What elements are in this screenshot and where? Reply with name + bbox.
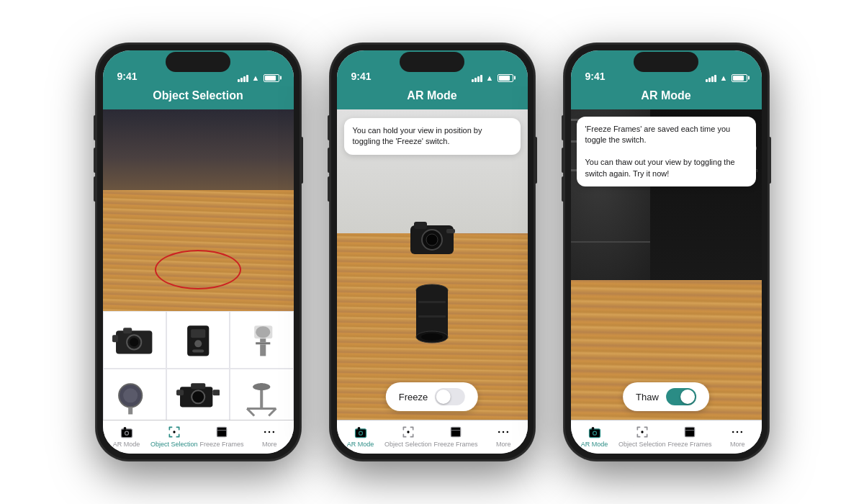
ar-object-container [407, 218, 457, 264]
status-time-3: 9:41 [585, 71, 606, 82]
cinema-camera-icon [176, 378, 220, 418]
nav-header-1: Object Selection [103, 86, 294, 109]
tab-more-2[interactable]: More [480, 425, 527, 448]
more-icon-1 [262, 425, 276, 439]
tab-more-1[interactable]: More [246, 425, 293, 448]
tab-label-more-3: More [730, 441, 745, 448]
freeze-toggle[interactable] [435, 388, 465, 405]
ar-lens-container [414, 283, 450, 351]
camera-view-1 [103, 109, 294, 420]
product-cell-5[interactable] [166, 369, 230, 420]
svg-point-46 [269, 431, 271, 433]
tab-bar-1: AR Mode Object Selection [103, 420, 294, 454]
studio-light-icon [112, 378, 156, 418]
tab-ar-mode-3[interactable]: AR Mode [571, 425, 618, 448]
svg-point-65 [498, 431, 500, 433]
svg-rect-52 [446, 229, 455, 233]
ar-view-2: You can hold your view in position by to… [337, 109, 528, 420]
signal-icon-1 [238, 73, 248, 82]
freeze-label: Freeze [399, 392, 428, 402]
thaw-toggle-container[interactable]: Thaw [623, 382, 709, 411]
tab-bar-2: AR Mode Object Selection [337, 420, 528, 454]
wifi-icon-2: ▲ [486, 73, 494, 82]
svg-point-15 [124, 388, 138, 402]
svg-point-71 [641, 431, 643, 433]
svg-rect-6 [191, 329, 205, 338]
object-selection-icon-3 [635, 425, 649, 439]
phone-3-wrapper: 9:41 ▲ AR Mode [564, 43, 769, 461]
tab-freeze-frames-2[interactable]: Freeze Frames [432, 425, 480, 448]
ar-camera-view: You can hold your view in position by to… [337, 109, 528, 420]
svg-rect-64 [453, 429, 459, 435]
dynamic-island-1 [166, 52, 230, 72]
svg-rect-12 [256, 342, 270, 344]
svg-rect-4 [124, 328, 132, 333]
product-cell-1[interactable] [103, 311, 166, 369]
tab-object-selection-2[interactable]: Object Selection [384, 425, 432, 448]
svg-rect-44 [219, 429, 225, 435]
nav-header-3: AR Mode [571, 86, 762, 109]
phone-3-screen: 9:41 ▲ AR Mode [571, 50, 762, 454]
svg-point-7 [194, 340, 202, 347]
dynamic-island-3 [634, 52, 698, 72]
tab-more-3[interactable]: More [714, 425, 761, 448]
svg-point-69 [593, 431, 596, 435]
svg-rect-11 [260, 338, 266, 342]
thaw-toggle[interactable] [666, 388, 696, 405]
phone-2: 9:41 ▲ AR Mode [330, 43, 535, 461]
status-time-1: 9:41 [117, 71, 138, 82]
status-icons-2: ▲ [472, 73, 513, 82]
svg-point-40 [125, 431, 128, 435]
dynamic-island-2 [400, 52, 464, 72]
svg-point-75 [737, 431, 739, 433]
tab-freeze-frames-1[interactable]: Freeze Frames [198, 425, 246, 448]
thaw-label: Thaw [636, 392, 659, 402]
light-icon [240, 320, 283, 360]
wifi-icon-3: ▲ [720, 73, 728, 82]
tooltip-3: 'Freeze Frames' are saved each time you … [577, 117, 756, 186]
product-cell-4[interactable] [103, 369, 166, 420]
nav-header-2: AR Mode [337, 86, 528, 109]
svg-rect-58 [418, 315, 446, 318]
status-icons-3: ▲ [706, 73, 747, 82]
tab-label-freeze-1: Freeze Frames [200, 441, 244, 448]
more-icon-3 [730, 425, 744, 439]
battery-icon-3 [732, 74, 747, 82]
camera-close-camera-view: EOS 5D Canon 'Freeze Frames' are saved e… [571, 109, 762, 420]
svg-rect-1 [112, 335, 118, 342]
tooltip-text-2: You can hold your view in position by to… [353, 126, 482, 145]
svg-rect-57 [418, 301, 446, 303]
camera-live-view [103, 109, 294, 311]
freeze-toggle-container[interactable]: Freeze [386, 382, 478, 411]
signal-icon-3 [706, 73, 716, 82]
svg-rect-16 [129, 407, 133, 414]
product-grid-1 [103, 311, 294, 420]
phone-2-screen: 9:41 ▲ AR Mode [337, 50, 528, 454]
tab-ar-mode-2[interactable]: AR Mode [337, 425, 384, 448]
svg-rect-13 [260, 344, 266, 356]
phone-1-screen: 9:41 ▲ Object Selection [103, 50, 294, 454]
tab-object-selection-3[interactable]: Object Selection [618, 425, 666, 448]
tab-freeze-frames-3[interactable]: Freeze Frames [666, 425, 714, 448]
svg-point-10 [256, 326, 270, 338]
svg-point-51 [426, 234, 438, 246]
ar-mode-icon-1 [120, 425, 134, 439]
phone-3: 9:41 ▲ AR Mode [564, 43, 769, 461]
svg-point-74 [732, 431, 734, 433]
svg-point-76 [741, 431, 743, 433]
svg-point-45 [264, 431, 266, 433]
product-cell-2[interactable] [166, 311, 230, 369]
tab-ar-mode-1[interactable]: AR Mode [103, 425, 150, 448]
svg-point-56 [421, 333, 443, 341]
tooltip-text-3: 'Freeze Frames' are saved each time you … [585, 125, 735, 178]
tab-label-freeze-2: Freeze Frames [434, 441, 478, 448]
svg-point-26 [253, 383, 270, 390]
svg-point-60 [359, 431, 362, 435]
signal-icon-2 [472, 73, 482, 82]
product-cell-6[interactable] [230, 369, 293, 420]
battery-icon-1 [264, 74, 279, 82]
product-cell-3[interactable] [230, 311, 293, 369]
battery-icon-2 [498, 74, 513, 82]
selection-oval [155, 250, 241, 289]
tab-object-selection-1[interactable]: Object Selection [150, 425, 198, 448]
